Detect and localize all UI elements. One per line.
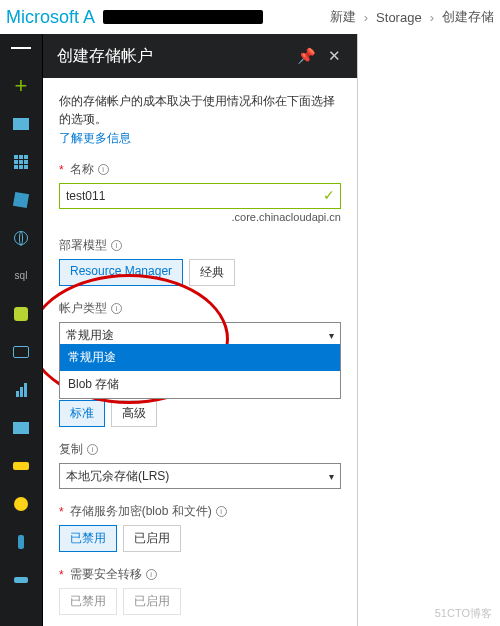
create-storage-blade: 创建存储帐户 📌 ✕ 你的存储帐户的成本取决于使用情况和你在下面选择的选项。 了… <box>42 34 358 626</box>
top-breadcrumb-bar: Microsoft A 新建 › Storage › 创建存储 <box>0 0 500 34</box>
service-icon[interactable] <box>11 532 31 552</box>
field-name: *名称i ✓ .core.chinacloudapi.cn <box>59 161 341 223</box>
monitor-icon[interactable] <box>11 342 31 362</box>
service-icon[interactable] <box>11 494 31 514</box>
chart-icon[interactable] <box>11 380 31 400</box>
label-secure: 需要安全转移 <box>70 566 142 583</box>
redacted-area <box>103 10 263 24</box>
resource-icon[interactable] <box>11 304 31 324</box>
learn-more-link[interactable]: 了解更多信息 <box>59 130 341 147</box>
service-icon[interactable] <box>11 570 31 590</box>
dashboard-icon[interactable] <box>11 114 31 134</box>
deploy-option-arm[interactable]: Resource Manager <box>59 259 183 286</box>
kind-option-blob[interactable]: Blob 存储 <box>60 371 340 398</box>
info-icon[interactable]: i <box>216 506 227 517</box>
encryption-option-disabled[interactable]: 已禁用 <box>59 525 117 552</box>
encryption-option-enabled[interactable]: 已启用 <box>123 525 181 552</box>
required-star: * <box>59 568 64 582</box>
perf-option-standard[interactable]: 标准 <box>59 400 105 427</box>
required-star: * <box>59 505 64 519</box>
domain-suffix: .core.chinacloudapi.cn <box>59 211 341 223</box>
field-deployment-model: 部署模型i Resource Manager 经典 <box>59 237 341 286</box>
field-performance: 标准 高级 <box>59 400 341 427</box>
secure-option-disabled[interactable]: 已禁用 <box>59 588 117 615</box>
info-icon[interactable]: i <box>146 569 157 580</box>
kind-dropdown: 常规用途 Blob 存储 <box>59 344 341 399</box>
breadcrumb: 新建 › Storage › 创建存储 <box>330 8 494 26</box>
field-secure-transfer: *需要安全转移i 已禁用 已启用 <box>59 566 341 615</box>
label-encryption: 存储服务加密(blob 和文件) <box>70 503 212 520</box>
left-nav-rail: + sql <box>0 34 42 626</box>
blade-header: 创建存储帐户 📌 ✕ <box>43 34 357 78</box>
chevron-right-icon: › <box>430 10 434 25</box>
info-icon[interactable]: i <box>87 444 98 455</box>
info-icon[interactable]: i <box>111 303 122 314</box>
perf-option-premium[interactable]: 高级 <box>111 400 157 427</box>
label-deploy: 部署模型 <box>59 237 107 254</box>
storage-icon[interactable] <box>11 418 31 438</box>
breadcrumb-item[interactable]: 新建 <box>330 8 356 26</box>
menu-icon[interactable] <box>11 38 31 58</box>
plus-icon[interactable]: + <box>11 76 31 96</box>
blade-title: 创建存储帐户 <box>57 46 153 67</box>
deploy-option-classic[interactable]: 经典 <box>189 259 235 286</box>
replication-value: 本地冗余存储(LRS) <box>66 468 169 485</box>
right-empty-area <box>358 34 500 626</box>
label-kind: 帐户类型 <box>59 300 107 317</box>
check-icon: ✓ <box>323 187 335 203</box>
secure-option-enabled[interactable]: 已启用 <box>123 588 181 615</box>
blade-body: 你的存储帐户的成本取决于使用情况和你在下面选择的选项。 了解更多信息 *名称i … <box>43 78 357 626</box>
all-services-icon[interactable] <box>11 152 31 172</box>
label-replication: 复制 <box>59 441 83 458</box>
kind-option-general[interactable]: 常规用途 <box>60 344 340 371</box>
globe-icon[interactable] <box>11 228 31 248</box>
pin-icon[interactable]: 📌 <box>297 47 315 65</box>
close-icon[interactable]: ✕ <box>325 47 343 65</box>
breadcrumb-item[interactable]: Storage <box>376 10 422 25</box>
breadcrumb-item[interactable]: 创建存储 <box>442 8 494 26</box>
info-icon[interactable]: i <box>98 164 109 175</box>
required-star: * <box>59 163 64 177</box>
kind-select-value: 常规用途 <box>66 327 114 344</box>
chevron-right-icon: › <box>364 10 368 25</box>
name-input[interactable] <box>59 183 341 209</box>
description-text: 你的存储帐户的成本取决于使用情况和你在下面选择的选项。 <box>59 92 341 128</box>
chevron-down-icon: ▾ <box>329 330 334 341</box>
field-encryption: *存储服务加密(blob 和文件)i 已禁用 已启用 <box>59 503 341 552</box>
field-replication: 复制i 本地冗余存储(LRS) ▾ <box>59 441 341 489</box>
sql-icon[interactable]: sql <box>11 266 31 286</box>
brand-text: Microsoft A <box>6 7 95 28</box>
cube-icon[interactable] <box>11 190 31 210</box>
chevron-down-icon: ▾ <box>329 471 334 482</box>
label-name: 名称 <box>70 161 94 178</box>
watermark: 51CTO博客 <box>435 607 492 620</box>
info-icon[interactable]: i <box>111 240 122 251</box>
key-icon[interactable] <box>11 456 31 476</box>
field-account-kind: 帐户类型i 常规用途 ▾ 常规用途 Blob 存储 <box>59 300 341 348</box>
replication-select[interactable]: 本地冗余存储(LRS) ▾ <box>59 463 341 489</box>
